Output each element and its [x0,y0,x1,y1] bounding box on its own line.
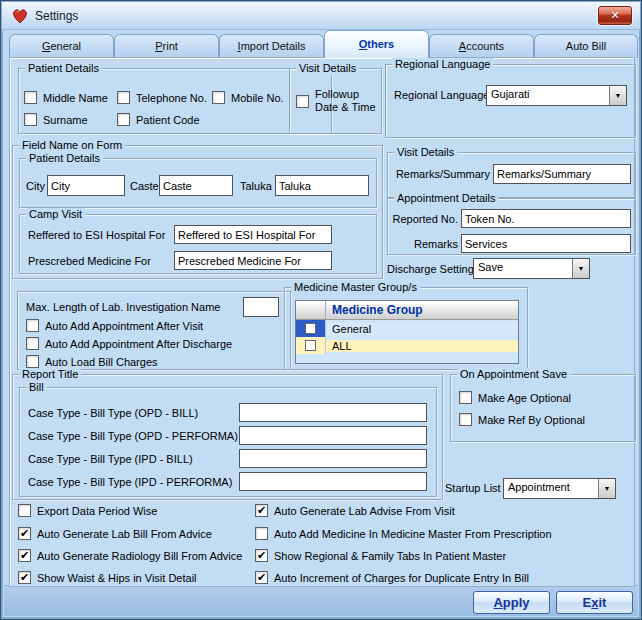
checkbox-box [255,527,268,540]
checkbox-box [117,113,130,126]
checkbox-box [18,504,31,517]
row-label: ALL [326,340,518,352]
checkbox-auto-load-bill-charges[interactable]: Auto Load Bill Charges [26,355,158,368]
startup-list-label: Startup List [445,482,501,494]
bottom-bar: Apply Exit [4,585,638,616]
max-length-label: Max. Length of Lab. Investigation Name [26,301,220,313]
checkbox-middle-name[interactable]: Middle Name [24,91,108,104]
discharge-setting-label: Discharge Setting [387,263,474,275]
close-icon[interactable]: ✕ [598,6,632,25]
exit-button[interactable]: Exit [556,591,633,614]
group-field-name-on-form: Field Name on Form Patient Details City … [12,145,383,279]
checkbox-label: Patient Code [136,114,200,126]
checkbox-box [26,319,39,332]
checkbox-patient-code[interactable]: Patient Code [117,113,200,126]
remarks-field[interactable] [461,234,631,253]
checkbox-label: Show Waist & Hips in Visit Detail [37,572,197,584]
checkbox-box [18,571,31,584]
checkbox-telephone-no[interactable]: Telephone No. [117,91,207,104]
prescribed-medicine-label: Prescrebed Medicine For [28,255,151,267]
row-checkbox[interactable] [305,323,316,334]
checkbox-label: Make Age Optional [478,392,571,404]
checkbox-auto-add-appointment-after-discharge[interactable]: Auto Add Appointment After Discharge [26,337,232,350]
checkbox-auto-increment-charges[interactable]: Auto Increment of Charges for Duplicate … [255,571,529,584]
esi-hospital-field[interactable] [174,225,332,244]
group-visit-details-top: Visit Details Followup Date & Time [289,68,382,134]
caste-field[interactable] [159,175,233,196]
ipd-bill-field[interactable] [239,449,427,468]
opd-performa-field[interactable] [239,426,427,445]
group-title: Medicine Master Group/s [291,281,420,294]
group-medicine-master: Medicine Master Group/s Medicine Group G… [284,287,528,370]
city-field[interactable] [47,175,125,196]
group-title: Camp Visit [26,208,85,221]
tab-accounts[interactable]: Accounts [429,34,534,58]
checkbox-box [255,571,268,584]
group-camp-visit: Camp Visit Reffered to ESI Hospital For … [19,214,377,274]
regional-language-label: Regional Language [394,89,489,101]
chevron-down-icon[interactable]: ▼ [609,86,626,105]
checkbox-followup-date-time[interactable]: Followup Date & Time [296,88,385,114]
ipd-performa-label: Case Type - Bill Type (IPD - PERFORMA) [28,476,232,488]
checkbox-box [117,91,130,104]
checkbox-box [296,95,309,108]
max-length-field[interactable] [243,297,279,317]
checkbox-label: Auto Add Appointment After Discharge [45,338,232,350]
checkbox-box [255,549,268,562]
ipd-performa-field[interactable] [239,472,427,491]
group-title: Regional Language [392,58,493,71]
checkbox-auto-generate-lab-bill[interactable]: Auto Generate Lab Bill From Advice [18,527,212,540]
group-bill: Bill Case Type - Bill Type (OPD - BILL) … [19,387,437,497]
table-header-row: Medicine Group [296,301,518,320]
checkbox-show-regional-family-tabs[interactable]: Show Regional & Family Tabs In Patient M… [255,549,506,562]
regional-language-select[interactable]: Gujarati ▼ [486,85,627,106]
chevron-down-icon[interactable]: ▼ [598,479,615,498]
medicine-group-column-header: Medicine Group [326,301,518,319]
row-checkbox[interactable] [305,340,316,351]
checkbox-auto-add-appointment-after-visit[interactable]: Auto Add Appointment After Visit [26,319,203,332]
checkbox-surname[interactable]: Surname [24,113,88,126]
selected-value: Appointment [504,479,598,498]
group-title: Field Name on Form [19,139,125,152]
prescribed-medicine-field[interactable] [174,251,332,270]
checkbox-box [212,91,225,104]
table-row[interactable]: ALL [296,337,518,354]
tab-others[interactable]: Others [324,30,429,58]
checkbox-mobile-no[interactable]: Mobile No. [212,91,284,104]
group-title: Visit Details [394,146,457,159]
group-title: Appointment Details [394,192,498,205]
tab-print[interactable]: Print [114,34,219,58]
opd-bill-field[interactable] [239,403,427,422]
window-title: Settings [35,9,78,23]
tab-import-details[interactable]: Import Details [219,34,324,58]
checkbox-auto-generate-radiology-bill[interactable]: Auto Generate Radiology Bill From Advice [18,549,242,562]
checkbox-label: Auto Generate Radiology Bill From Advice [37,550,242,562]
startup-list-select[interactable]: Appointment ▼ [503,478,616,499]
taluka-field[interactable] [275,175,369,196]
checkbox-box [18,527,31,540]
opd-bill-label: Case Type - Bill Type (OPD - BILL) [28,407,198,419]
checkbox-export-data-period-wise[interactable]: Export Data Period Wise [18,504,157,517]
checkbox-make-age-optional[interactable]: Make Age Optional [459,391,571,404]
checkbox-make-ref-by-optional[interactable]: Make Ref By Optional [459,413,585,426]
table-row[interactable]: General [296,320,518,337]
opd-performa-label: Case Type - Bill Type (OPD - PERFORMA) [28,430,238,442]
checkbox-label: Mobile No. [231,92,284,104]
checkbox-auto-generate-lab-advise[interactable]: Auto Generate Lab Advise From Visit [255,504,455,517]
row-label: General [326,323,518,335]
checkbox-box [255,504,268,517]
apply-button[interactable]: Apply [473,591,550,614]
remarks-summary-field[interactable] [493,164,631,184]
taluka-label: Taluka [240,180,272,192]
discharge-setting-select[interactable]: Save ▼ [473,258,590,279]
checkbox-box [26,355,39,368]
tab-auto-bill[interactable]: Auto Bill [534,34,638,58]
chevron-down-icon[interactable]: ▼ [572,259,589,278]
reported-no-field[interactable] [461,209,631,228]
checkbox-auto-add-medicine-master[interactable]: Auto Add Medicine In Medicine Master Fro… [255,527,552,540]
caste-label: Caste [130,180,159,192]
checkbox-box [24,113,37,126]
tab-general[interactable]: General [9,34,114,58]
checkbox-box [26,337,39,350]
checkbox-show-waist-hips[interactable]: Show Waist & Hips in Visit Detail [18,571,197,584]
